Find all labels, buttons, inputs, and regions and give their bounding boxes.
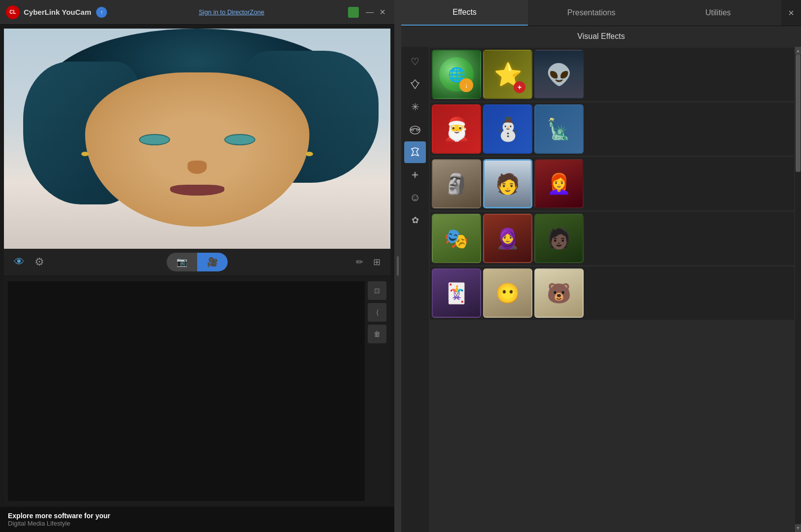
tab-presentations[interactable]: Presentations: [528, 0, 655, 26]
effect-item-star-add[interactable]: ⭐ +: [483, 50, 532, 99]
bottom-section: ⊡ ⟨ 🗑: [4, 277, 390, 505]
app-title: CyberLink YouCam: [24, 8, 91, 16]
erase-button[interactable]: ✏: [354, 255, 365, 269]
effect-item-dark[interactable]: 🧑🏿: [534, 214, 584, 263]
particle-filter-button[interactable]: [404, 164, 426, 186]
close-button-left[interactable]: ×: [377, 5, 388, 19]
section-title: Visual Effects: [401, 26, 801, 47]
effects-area: ♡ ✳: [401, 47, 801, 532]
effect-item-snowman[interactable]: ⛄: [483, 104, 532, 154]
right-panel: Effects Presentations Utilities × Visual…: [401, 0, 801, 532]
scroll-down-button[interactable]: ▼: [795, 524, 801, 532]
sparkle-filter-button[interactable]: ✳: [404, 96, 426, 118]
mask-filter-button[interactable]: [404, 119, 426, 140]
emoji-filter-button[interactable]: ☺: [404, 187, 426, 208]
expand-button[interactable]: ⊞: [371, 255, 383, 269]
capture-group: 📷 🎥: [167, 253, 228, 271]
effects-row-3: 🗿 🧑 👩‍🦰: [430, 157, 794, 210]
effect-item-portrait[interactable]: 🧑: [483, 159, 532, 208]
delete-button[interactable]: 🗑: [368, 325, 386, 343]
camera-view: [4, 29, 390, 249]
right-panel-header: Effects Presentations Utilities ×: [401, 0, 801, 26]
photo-button[interactable]: 📷: [167, 253, 197, 271]
effect-item-stone[interactable]: 🗿: [432, 159, 481, 208]
effect-item-plain[interactable]: 😶: [483, 268, 532, 318]
more-filter-button[interactable]: ✿: [404, 209, 426, 231]
svg-point-2: [417, 129, 418, 131]
divider-handle: [397, 256, 399, 276]
share-button[interactable]: ⟨: [368, 303, 386, 322]
effect-item-joker[interactable]: 🃏: [432, 268, 481, 318]
effects-row-2: 🎅 ⛄ 🗽: [430, 102, 794, 156]
scroll-up-button[interactable]: ▲: [795, 47, 801, 55]
effect-item-asian[interactable]: 🧕: [483, 214, 532, 263]
effect-item-green-globe[interactable]: 🌐 ↓: [432, 50, 481, 99]
title-bar: CL CyberLink YouCam ↑ Sign in to Directo…: [0, 0, 394, 25]
effect-item-alien[interactable]: 👽: [534, 50, 584, 99]
effects-row-5: 🃏 😶 🐻: [430, 266, 794, 320]
effect-item-santa[interactable]: 🎅: [432, 104, 481, 154]
footer-sub-text: Digital Media Lifestyle: [8, 520, 386, 527]
effects-sidebar: ♡ ✳: [401, 47, 429, 532]
footer-bar: Explore more software for your Digital M…: [0, 507, 394, 532]
effect-item-bear[interactable]: 🐻: [534, 268, 584, 318]
scrollbar[interactable]: ▲ ▼: [795, 47, 801, 532]
side-buttons: ⊡ ⟨ 🗑: [368, 281, 386, 501]
settings-button[interactable]: ⚙: [33, 254, 46, 270]
svg-point-1: [412, 129, 414, 131]
sticker-filter-button[interactable]: [404, 73, 426, 95]
effect-item-redhead[interactable]: 👩‍🦰: [534, 159, 584, 208]
camera-controls-bar: 👁 ⚙ 📷 🎥 ✏ ⊞: [4, 249, 390, 275]
tab-effects[interactable]: Effects: [401, 0, 528, 26]
effect-item-caricature[interactable]: 🎭: [432, 214, 481, 263]
panel-divider[interactable]: [394, 0, 401, 532]
tab-utilities[interactable]: Utilities: [655, 0, 781, 26]
scroll-thumb: [796, 55, 801, 172]
effect-item-statue[interactable]: 🗽: [534, 104, 584, 154]
effects-row-1: 🌐 ↓ ⭐ + 👽: [430, 48, 794, 101]
sign-in-link[interactable]: Sign in to DirectorZone: [115, 8, 348, 16]
favorites-filter-button[interactable]: ♡: [404, 51, 426, 72]
footer-main-text: Explore more software for your: [8, 512, 386, 520]
effects-grid: 🌐 ↓ ⭐ + 👽: [429, 47, 795, 532]
close-button-right[interactable]: ×: [781, 3, 801, 23]
thumbnail-area: [8, 281, 365, 501]
minimize-button[interactable]: —: [363, 7, 377, 18]
tab-group: Effects Presentations Utilities: [401, 0, 781, 26]
import-button[interactable]: ⊡: [368, 281, 386, 300]
avatar-filter-button[interactable]: [404, 141, 426, 163]
update-icon[interactable]: ↑: [96, 7, 107, 18]
app-logo: CL: [6, 5, 20, 19]
directorzone-icon: [348, 7, 359, 18]
effects-row-4: 🎭 🧕 🧑🏿: [430, 212, 794, 265]
eye-button[interactable]: 👁: [12, 254, 27, 270]
scroll-track: [795, 55, 801, 524]
video-button[interactable]: 🎥: [197, 253, 228, 271]
